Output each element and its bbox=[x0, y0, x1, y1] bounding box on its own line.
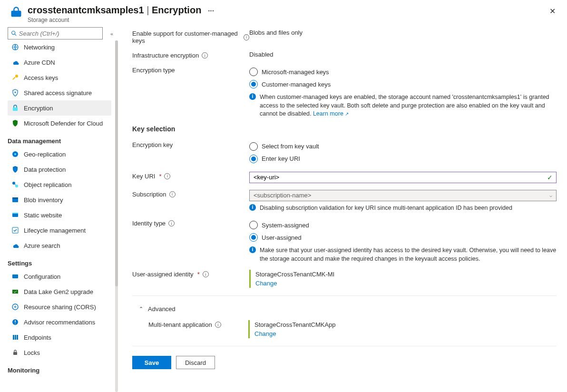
key-uri-input[interactable] bbox=[249, 172, 557, 183]
locks-icon bbox=[11, 349, 19, 356]
uai-label: User-assigned identity bbox=[132, 271, 194, 278]
info-icon[interactable]: i bbox=[203, 271, 209, 277]
svg-point-6 bbox=[15, 92, 16, 93]
close-icon[interactable]: ✕ bbox=[547, 5, 557, 18]
life-icon bbox=[11, 226, 19, 234]
more-icon[interactable]: ··· bbox=[208, 7, 214, 15]
info-icon: i bbox=[249, 246, 256, 253]
sidebar-item-label: Blob inventory bbox=[24, 196, 63, 204]
svg-point-9 bbox=[14, 153, 16, 155]
learn-more-link[interactable]: Learn more bbox=[313, 110, 349, 117]
identity-type-label: Identity type bbox=[132, 220, 166, 227]
info-icon[interactable]: i bbox=[202, 52, 208, 59]
storage-account-icon bbox=[10, 6, 23, 19]
info-icon[interactable]: i bbox=[168, 220, 175, 226]
subscription-label: Subscription bbox=[132, 191, 166, 198]
sidebar-item-configuration[interactable]: Configuration bbox=[8, 269, 119, 284]
svg-rect-21 bbox=[13, 335, 14, 340]
sidebar-item-label: Object replication bbox=[24, 181, 71, 188]
sidebar-item-label: Static website bbox=[24, 212, 62, 219]
obj-icon bbox=[11, 181, 19, 188]
sidebar-item-label: Networking bbox=[24, 44, 55, 51]
mta-change-link[interactable]: Change bbox=[254, 330, 557, 337]
radio-customer-keys[interactable]: Customer-managed keys bbox=[249, 78, 557, 90]
sidebar-item-advisor-recommendations[interactable]: Advisor recommendations bbox=[8, 314, 119, 330]
web-icon bbox=[11, 211, 19, 219]
cors-icon bbox=[11, 303, 19, 311]
subscription-select[interactable]: <subscription-name>⌵ bbox=[249, 190, 557, 201]
radio-select-vault[interactable]: Select from key vault bbox=[249, 140, 557, 153]
svg-rect-24 bbox=[13, 352, 17, 355]
svg-rect-15 bbox=[12, 213, 18, 214]
sidebar: « NetworkingAzure CDNAccess keysShared a… bbox=[0, 27, 119, 392]
svg-rect-17 bbox=[12, 274, 18, 278]
sidebar-item-label: Encryption bbox=[24, 105, 53, 112]
svg-point-0 bbox=[12, 31, 15, 34]
nav-section-settings: Settings bbox=[8, 260, 119, 267]
sidebar-item-locks[interactable]: Locks bbox=[8, 345, 119, 360]
identity-info-text: Make sure that your user-assigned identi… bbox=[260, 246, 557, 263]
sidebar-item-lifecycle-management[interactable]: Lifecycle management bbox=[8, 223, 119, 238]
info-icon[interactable]: i bbox=[244, 34, 249, 40]
cmk-support-label: Enable support for customer-managed keys bbox=[132, 30, 241, 44]
sidebar-item-access-keys[interactable]: Access keys bbox=[8, 70, 119, 85]
sidebar-item-label: Lifecycle management bbox=[24, 227, 86, 234]
advisor-icon bbox=[11, 318, 19, 326]
sidebar-item-label: Data Lake Gen2 upgrade bbox=[24, 288, 93, 295]
cmk-support-value: Blobs and files only bbox=[249, 29, 557, 36]
geo-icon bbox=[11, 150, 19, 158]
sidebar-item-label: Azure search bbox=[24, 242, 60, 249]
sidebar-item-label: Data protection bbox=[24, 166, 66, 173]
radio-enter-uri[interactable]: Enter key URI bbox=[249, 153, 557, 165]
svg-point-4 bbox=[15, 75, 18, 78]
nav-section-data-management: Data management bbox=[8, 137, 119, 145]
config-icon bbox=[11, 273, 19, 280]
info-icon[interactable]: i bbox=[215, 322, 221, 328]
sidebar-item-object-replication[interactable]: Object replication bbox=[8, 177, 119, 192]
svg-rect-7 bbox=[13, 108, 18, 111]
advanced-toggle[interactable]: ⌃Advanced bbox=[132, 304, 557, 314]
sidebar-item-label: Microsoft Defender for Cloud bbox=[24, 120, 103, 127]
sidebar-scrollbar[interactable] bbox=[115, 40, 118, 392]
save-button[interactable]: Save bbox=[132, 356, 171, 369]
key-selection-heading: Key selection bbox=[132, 125, 557, 133]
blade-title: crosstenantcmksamples1 | Encryption ··· bbox=[28, 5, 547, 16]
ep-icon bbox=[11, 333, 19, 341]
radio-user-assigned[interactable]: User-assigned bbox=[249, 231, 557, 244]
sidebar-item-label: Shared access signature bbox=[24, 89, 92, 97]
sidebar-item-label: Geo-replication bbox=[24, 151, 66, 158]
svg-line-1 bbox=[15, 34, 16, 36]
sidebar-item-endpoints[interactable]: Endpoints bbox=[8, 330, 119, 345]
info-icon[interactable]: i bbox=[169, 191, 176, 197]
sidebar-item-static-website[interactable]: Static website bbox=[8, 207, 119, 223]
sidebar-item-label: Endpoints bbox=[24, 334, 51, 341]
blob-icon bbox=[11, 196, 19, 204]
sidebar-item-data-protection[interactable]: Data protection bbox=[8, 162, 119, 177]
blade-header: crosstenantcmksamples1 | Encryption ··· … bbox=[0, 0, 567, 27]
discard-button[interactable]: Discard bbox=[176, 356, 215, 369]
sidebar-item-networking[interactable]: Networking bbox=[8, 39, 119, 55]
sas-icon bbox=[11, 89, 19, 97]
divider bbox=[132, 346, 557, 346]
collapse-sidebar-icon[interactable]: « bbox=[110, 31, 113, 37]
sidebar-item-shared-access-signature[interactable]: Shared access signature bbox=[8, 85, 119, 100]
sidebar-item-data-lake-gen2-upgrade[interactable]: Data Lake Gen2 upgrade bbox=[8, 284, 119, 299]
search-input-wrap[interactable] bbox=[8, 27, 103, 39]
sidebar-item-blob-inventory[interactable]: Blob inventory bbox=[8, 192, 119, 207]
sidebar-item-encryption[interactable]: Encryption bbox=[8, 100, 111, 116]
cdn-icon bbox=[11, 59, 19, 66]
radio-microsoft-keys[interactable]: Microsoft-managed keys bbox=[249, 66, 557, 78]
radio-system-assigned[interactable]: System-assigned bbox=[249, 219, 557, 231]
uai-change-link[interactable]: Change bbox=[255, 280, 557, 287]
sidebar-item-microsoft-defender-for-cloud[interactable]: Microsoft Defender for Cloud bbox=[8, 116, 119, 131]
sidebar-item-azure-search[interactable]: Azure search bbox=[8, 238, 119, 253]
sidebar-item-azure-cdn[interactable]: Azure CDN bbox=[8, 55, 119, 70]
info-icon[interactable]: i bbox=[164, 173, 170, 179]
sidebar-item-resource-sharing-cors-[interactable]: Resource sharing (CORS) bbox=[8, 299, 119, 314]
network-icon bbox=[11, 43, 19, 51]
sidebar-item-geo-replication[interactable]: Geo-replication bbox=[8, 147, 119, 162]
search-input[interactable] bbox=[19, 30, 99, 37]
main-content: Enable support for customer-managed keys… bbox=[119, 27, 567, 392]
enc-type-label: Encryption type bbox=[132, 67, 175, 74]
enc-key-label: Encryption key bbox=[132, 141, 173, 148]
